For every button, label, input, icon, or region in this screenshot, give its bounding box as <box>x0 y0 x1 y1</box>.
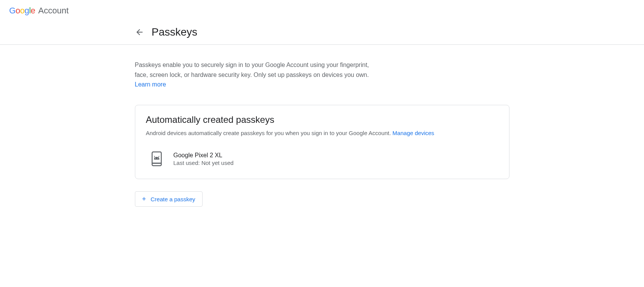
device-info: Google Pixel 2 XL Last used: Not yet use… <box>174 152 234 166</box>
page-header: Passkeys <box>135 21 509 44</box>
learn-more-link[interactable]: Learn more <box>135 81 166 88</box>
back-arrow-icon[interactable] <box>135 28 144 37</box>
manage-devices-link[interactable]: Manage devices <box>393 130 434 136</box>
intro-text-body: Passkeys enable you to securely sign in … <box>135 62 369 78</box>
create-passkey-label: Create a passkey <box>151 196 195 202</box>
intro-text: Passkeys enable you to securely sign in … <box>135 60 380 90</box>
svg-point-1 <box>155 158 156 159</box>
page-header-section: Passkeys <box>0 21 644 45</box>
svg-rect-3 <box>152 163 161 164</box>
google-account-logo[interactable]: Google Account <box>9 6 69 16</box>
card-subtitle: Android devices automatically create pas… <box>146 129 498 138</box>
create-passkey-button[interactable]: + Create a passkey <box>135 191 203 207</box>
card-subtitle-text: Android devices automatically create pas… <box>146 130 393 136</box>
card-title: Automatically created passkeys <box>146 114 498 125</box>
app-header: Google Account <box>0 0 644 21</box>
main-content: Passkeys enable you to securely sign in … <box>135 45 509 207</box>
account-label: Account <box>38 6 69 16</box>
plus-icon: + <box>142 196 146 202</box>
device-status: Last used: Not yet used <box>174 160 234 166</box>
device-row[interactable]: Google Pixel 2 XL Last used: Not yet use… <box>146 148 498 170</box>
auto-passkeys-card: Automatically created passkeys Android d… <box>135 105 509 179</box>
android-device-icon <box>151 151 163 166</box>
google-logo: Google <box>9 6 35 16</box>
device-name: Google Pixel 2 XL <box>174 152 234 159</box>
svg-point-2 <box>157 158 158 159</box>
page-title: Passkeys <box>152 26 198 38</box>
